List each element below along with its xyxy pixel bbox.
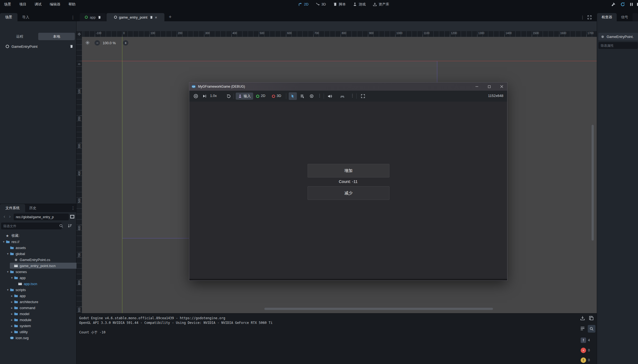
file-tree-item[interactable]: GameEntryPoint.cs <box>0 257 86 263</box>
tab-scene-dock[interactable]: 场景 <box>0 13 17 21</box>
expand-arrow-icon[interactable]: ▸ <box>10 306 14 310</box>
file-tree-item[interactable]: ▾global <box>0 251 82 257</box>
2d-view-label[interactable]: 2D <box>261 94 265 98</box>
mode-script-button[interactable]: 脚本 <box>333 2 346 7</box>
expand-arrow-icon[interactable]: ▾ <box>6 270 10 274</box>
game-window-titlebar[interactable]: MyGFrameworkGame (DEBUG) <box>189 82 507 91</box>
menu-scene[interactable]: 场景 <box>1 0 15 8</box>
expand-arrow-icon[interactable]: ▸ <box>10 330 14 334</box>
local-toggle-button[interactable]: 本地 <box>38 33 75 40</box>
snap-asterisk-icon[interactable] <box>85 40 90 45</box>
file-tree-item[interactable]: ▸module <box>0 317 86 323</box>
game-misc-options-icon[interactable]: ⋮ <box>350 93 355 98</box>
expand-arrow-icon[interactable]: ▸ <box>10 312 14 316</box>
menu-project[interactable]: 项目 <box>16 0 30 8</box>
filesystem-menu-icon[interactable]: ⋮ <box>71 206 75 211</box>
expand-arrow-icon[interactable]: ▸ <box>10 318 14 322</box>
expand-arrow-icon[interactable]: ▾ <box>6 288 10 292</box>
3d-view-label[interactable]: 3D <box>277 94 281 98</box>
expand-arrow-icon[interactable]: ▸ <box>10 294 14 298</box>
game-speed-label[interactable]: 1.0x <box>210 94 217 98</box>
expand-canvas-icon[interactable] <box>587 15 592 20</box>
mode-assetlib-button[interactable]: 资产库 <box>373 2 389 7</box>
build-hammer-button[interactable] <box>611 2 616 7</box>
file-tree-item[interactable]: ★收藏: <box>0 233 78 239</box>
nav-forward-icon[interactable]: › <box>8 214 12 219</box>
script-icon[interactable] <box>149 16 153 19</box>
maximize-window-icon[interactable] <box>485 82 494 91</box>
scene-tab-app[interactable]: app <box>80 13 106 21</box>
filter-files-input[interactable] <box>1 223 62 229</box>
errors-filter-icon[interactable]: × <box>581 348 586 353</box>
menu-debug[interactable]: 调试 <box>31 0 45 8</box>
pause-button[interactable] <box>629 2 634 7</box>
scene-tree-row-gameentrypoint[interactable]: GameEntryPoint <box>0 43 76 50</box>
expand-arrow-icon[interactable]: ▸ <box>10 324 14 328</box>
tab-filesystem[interactable]: 文件系统 <box>0 204 25 212</box>
copy-output-icon[interactable] <box>589 316 594 321</box>
expand-arrow-icon[interactable]: ▾ <box>10 276 14 280</box>
file-tree-item[interactable]: ▸command <box>0 305 86 311</box>
zoom-out-button[interactable]: − <box>94 40 100 46</box>
zoom-level-label[interactable]: 100.0 % <box>103 41 116 45</box>
game-select-mode-button[interactable] <box>289 92 297 100</box>
expand-arrow-icon[interactable]: ▾ <box>2 240 6 244</box>
file-tree-item[interactable]: ▸utility <box>0 329 86 335</box>
mode-game-button[interactable]: 游戏 <box>353 2 366 7</box>
scene-tabs-menu-icon[interactable]: ⋮ <box>70 15 75 20</box>
scene-tab-game-entry-point[interactable]: game_entry_point × <box>107 13 164 21</box>
expand-arrow-icon[interactable]: ▸ <box>10 300 14 304</box>
file-tree-item[interactable]: ▸architecture <box>0 299 86 305</box>
embed-fullscreen-icon[interactable] <box>360 93 366 99</box>
split-view-icon[interactable] <box>70 214 75 219</box>
file-tree-item[interactable]: ▸model <box>0 311 86 317</box>
close-window-icon[interactable] <box>497 82 506 91</box>
ruler-origin-icon[interactable] <box>76 31 82 37</box>
game-list-select-icon[interactable] <box>299 93 306 99</box>
file-tree-item[interactable]: ▾scenes <box>0 269 82 275</box>
file-tree-item[interactable]: icon.svg <box>0 335 82 341</box>
attached-script-icon[interactable] <box>69 45 73 48</box>
sort-files-icon[interactable] <box>68 224 72 228</box>
remote-toggle-button[interactable]: 远程 <box>2 33 38 40</box>
file-tree-item[interactable]: ▾app <box>0 275 86 281</box>
vertical-scrollbar[interactable] <box>592 125 594 241</box>
game-select-options-icon[interactable]: ⋮ <box>318 93 322 98</box>
tab-import-dock[interactable]: 导入 <box>17 13 34 21</box>
tab-clipped[interactable] <box>633 13 638 21</box>
filter-properties-input[interactable] <box>598 42 638 49</box>
stop-button[interactable] <box>636 2 638 7</box>
2d-canvas[interactable]: − 100.0 % + MyGFrameworkGame (DEBUG) 1.0… <box>82 37 597 313</box>
next-frame-icon[interactable] <box>201 93 208 99</box>
file-tree-item[interactable]: ▸system <box>0 323 86 329</box>
save-log-icon[interactable] <box>580 316 585 321</box>
messages-filter-icon[interactable]: ! <box>581 338 586 343</box>
file-tree-item[interactable]: assets <box>0 245 82 251</box>
warnings-filter-icon[interactable]: ! <box>581 357 586 363</box>
horizontal-scrollbar[interactable] <box>264 308 493 310</box>
restart-game-icon[interactable] <box>225 93 232 99</box>
mode-3d-button[interactable]: 3D <box>316 2 326 6</box>
decrease-button[interactable]: 减少 <box>308 186 389 200</box>
menu-editor[interactable]: 编辑器 <box>46 0 64 8</box>
script-icon[interactable] <box>98 16 101 19</box>
path-field[interactable] <box>14 214 69 220</box>
3d-view-ring-icon[interactable] <box>271 93 276 99</box>
camera-override-icon[interactable] <box>308 93 315 99</box>
expand-arrow-icon[interactable]: ▾ <box>6 252 10 256</box>
tab-signals[interactable]: 信号 <box>617 13 633 21</box>
file-tree-item[interactable]: ▾res:// <box>0 239 78 245</box>
suspend-game-icon[interactable] <box>193 93 199 99</box>
menu-help[interactable]: 帮助 <box>65 0 79 8</box>
tab-inspector[interactable]: 检查器 <box>597 13 617 21</box>
file-tree-item[interactable]: game_entry_point.tscn <box>0 263 86 269</box>
minimize-window-icon[interactable] <box>472 82 481 91</box>
output-panel[interactable]: Godot Engine v4.6.stable.mono.official.8… <box>76 313 597 364</box>
audio-mute-icon[interactable] <box>326 93 333 99</box>
collapse-messages-icon[interactable] <box>580 326 585 331</box>
gamepad-icon[interactable] <box>339 93 345 99</box>
inspector-node-row[interactable]: GameEntryPoint. <box>598 33 638 40</box>
new-scene-tab-button[interactable]: + <box>168 14 173 20</box>
nav-back-icon[interactable]: ‹ <box>2 214 7 219</box>
2d-view-ring-icon[interactable] <box>255 93 260 99</box>
